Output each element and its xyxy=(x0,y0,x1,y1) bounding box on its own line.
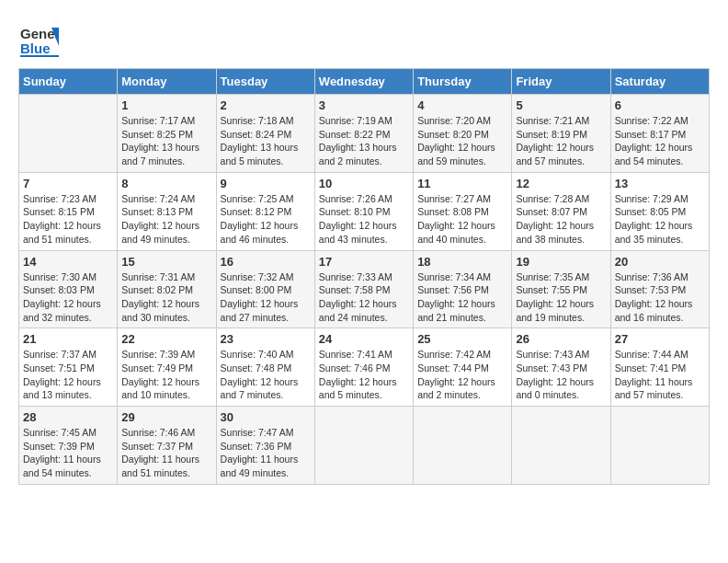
calendar-cell xyxy=(314,407,413,485)
day-details: Sunrise: 7:31 AMSunset: 8:02 PMDaylight:… xyxy=(121,270,211,325)
day-details: Sunrise: 7:24 AMSunset: 8:13 PMDaylight:… xyxy=(121,192,211,247)
day-details: Sunrise: 7:18 AMSunset: 8:24 PMDaylight:… xyxy=(221,114,311,168)
day-number: 25 xyxy=(417,332,507,346)
svg-text:Blue: Blue xyxy=(20,40,51,56)
day-number: 21 xyxy=(23,332,113,346)
calendar-cell: 13Sunrise: 7:29 AMSunset: 8:05 PMDayligh… xyxy=(610,172,709,250)
calendar-cell: 16Sunrise: 7:32 AMSunset: 8:00 PMDayligh… xyxy=(216,250,314,328)
day-details: Sunrise: 7:45 AMSunset: 7:39 PMDaylight:… xyxy=(23,426,113,480)
day-number: 30 xyxy=(221,410,311,424)
day-details: Sunrise: 7:29 AMSunset: 8:05 PMDaylight:… xyxy=(615,192,705,247)
calendar-cell: 20Sunrise: 7:36 AMSunset: 7:53 PMDayligh… xyxy=(610,250,709,328)
day-details: Sunrise: 7:33 AMSunset: 7:58 PMDaylight:… xyxy=(319,270,409,325)
day-details: Sunrise: 7:36 AMSunset: 7:53 PMDaylight:… xyxy=(615,270,705,325)
day-number: 11 xyxy=(417,177,507,190)
calendar-week-row: 7Sunrise: 7:23 AMSunset: 8:15 PMDaylight… xyxy=(19,172,710,250)
day-details: Sunrise: 7:17 AMSunset: 8:25 PMDaylight:… xyxy=(121,114,211,168)
calendar-cell xyxy=(610,407,709,485)
calendar-cell: 11Sunrise: 7:27 AMSunset: 8:08 PMDayligh… xyxy=(414,172,512,250)
calendar-cell: 21Sunrise: 7:37 AMSunset: 7:51 PMDayligh… xyxy=(19,328,118,407)
day-details: Sunrise: 7:35 AMSunset: 7:55 PMDaylight:… xyxy=(516,270,606,325)
day-details: Sunrise: 7:28 AMSunset: 8:07 PMDaylight:… xyxy=(516,192,606,247)
calendar-cell xyxy=(414,407,512,485)
day-details: Sunrise: 7:25 AMSunset: 8:12 PMDaylight:… xyxy=(221,192,311,247)
day-number: 16 xyxy=(221,255,311,269)
svg-rect-3 xyxy=(20,55,59,57)
day-number: 6 xyxy=(615,98,705,112)
day-details: Sunrise: 7:43 AMSunset: 7:43 PMDaylight:… xyxy=(516,348,606,402)
day-details: Sunrise: 7:41 AMSunset: 7:46 PMDaylight:… xyxy=(319,348,409,402)
calendar-cell: 17Sunrise: 7:33 AMSunset: 7:58 PMDayligh… xyxy=(314,250,413,328)
day-number: 22 xyxy=(121,332,211,346)
day-number: 3 xyxy=(319,98,409,112)
calendar-cell: 4Sunrise: 7:20 AMSunset: 8:20 PMDaylight… xyxy=(414,95,512,173)
calendar-cell: 5Sunrise: 7:21 AMSunset: 8:19 PMDaylight… xyxy=(512,95,610,173)
day-number: 19 xyxy=(516,255,606,269)
day-number: 27 xyxy=(615,332,705,346)
calendar-cell: 6Sunrise: 7:22 AMSunset: 8:17 PMDaylight… xyxy=(610,95,709,173)
day-number: 8 xyxy=(121,177,211,190)
calendar-cell: 9Sunrise: 7:25 AMSunset: 8:12 PMDaylight… xyxy=(216,172,314,250)
day-number: 26 xyxy=(516,332,606,346)
page-header: General Blue xyxy=(18,18,710,59)
day-number: 10 xyxy=(319,177,409,190)
day-number: 20 xyxy=(615,255,705,269)
calendar-cell: 7Sunrise: 7:23 AMSunset: 8:15 PMDaylight… xyxy=(19,172,118,250)
day-details: Sunrise: 7:19 AMSunset: 8:22 PMDaylight:… xyxy=(319,114,409,168)
day-number: 24 xyxy=(319,332,409,346)
calendar-cell: 30Sunrise: 7:47 AMSunset: 7:36 PMDayligh… xyxy=(216,407,314,485)
day-details: Sunrise: 7:23 AMSunset: 8:15 PMDaylight:… xyxy=(23,192,113,247)
day-number: 1 xyxy=(121,98,211,112)
day-number: 14 xyxy=(23,255,113,269)
calendar-day-header: Saturday xyxy=(610,69,709,95)
day-details: Sunrise: 7:46 AMSunset: 7:37 PMDaylight:… xyxy=(121,426,211,480)
calendar-cell xyxy=(512,407,610,485)
day-details: Sunrise: 7:39 AMSunset: 7:49 PMDaylight:… xyxy=(121,348,211,402)
calendar-cell: 24Sunrise: 7:41 AMSunset: 7:46 PMDayligh… xyxy=(314,328,413,407)
day-details: Sunrise: 7:42 AMSunset: 7:44 PMDaylight:… xyxy=(417,348,507,402)
calendar-cell: 1Sunrise: 7:17 AMSunset: 8:25 PMDaylight… xyxy=(118,95,216,173)
calendar-cell: 18Sunrise: 7:34 AMSunset: 7:56 PMDayligh… xyxy=(414,250,512,328)
day-details: Sunrise: 7:44 AMSunset: 7:41 PMDaylight:… xyxy=(615,348,705,402)
day-details: Sunrise: 7:37 AMSunset: 7:51 PMDaylight:… xyxy=(23,348,113,402)
day-number: 7 xyxy=(23,177,113,190)
calendar-day-header: Sunday xyxy=(19,69,118,95)
day-details: Sunrise: 7:47 AMSunset: 7:36 PMDaylight:… xyxy=(221,426,311,480)
day-number: 18 xyxy=(417,255,507,269)
day-number: 5 xyxy=(516,98,606,112)
calendar-cell: 27Sunrise: 7:44 AMSunset: 7:41 PMDayligh… xyxy=(610,328,709,407)
day-details: Sunrise: 7:26 AMSunset: 8:10 PMDaylight:… xyxy=(319,192,409,247)
calendar-header-row: SundayMondayTuesdayWednesdayThursdayFrid… xyxy=(19,69,710,95)
calendar-cell: 22Sunrise: 7:39 AMSunset: 7:49 PMDayligh… xyxy=(118,328,216,407)
day-details: Sunrise: 7:21 AMSunset: 8:19 PMDaylight:… xyxy=(516,114,606,168)
calendar-cell: 15Sunrise: 7:31 AMSunset: 8:02 PMDayligh… xyxy=(118,250,216,328)
calendar-day-header: Monday xyxy=(118,69,216,95)
calendar-cell: 2Sunrise: 7:18 AMSunset: 8:24 PMDaylight… xyxy=(216,95,314,173)
calendar-week-row: 21Sunrise: 7:37 AMSunset: 7:51 PMDayligh… xyxy=(19,328,710,407)
calendar-day-header: Tuesday xyxy=(216,69,314,95)
day-details: Sunrise: 7:34 AMSunset: 7:56 PMDaylight:… xyxy=(417,270,507,325)
calendar-cell: 8Sunrise: 7:24 AMSunset: 8:13 PMDaylight… xyxy=(118,172,216,250)
day-details: Sunrise: 7:32 AMSunset: 8:00 PMDaylight:… xyxy=(221,270,311,325)
day-number: 17 xyxy=(319,255,409,269)
day-details: Sunrise: 7:30 AMSunset: 8:03 PMDaylight:… xyxy=(23,270,113,325)
calendar-cell xyxy=(19,95,118,173)
day-number: 28 xyxy=(23,410,113,424)
calendar-cell: 25Sunrise: 7:42 AMSunset: 7:44 PMDayligh… xyxy=(414,328,512,407)
day-details: Sunrise: 7:20 AMSunset: 8:20 PMDaylight:… xyxy=(417,114,507,168)
day-details: Sunrise: 7:22 AMSunset: 8:17 PMDaylight:… xyxy=(615,114,705,168)
calendar-cell: 14Sunrise: 7:30 AMSunset: 8:03 PMDayligh… xyxy=(19,250,118,328)
day-number: 4 xyxy=(417,98,507,112)
calendar-cell: 29Sunrise: 7:46 AMSunset: 7:37 PMDayligh… xyxy=(118,407,216,485)
calendar-cell: 12Sunrise: 7:28 AMSunset: 8:07 PMDayligh… xyxy=(512,172,610,250)
calendar-day-header: Friday xyxy=(512,69,610,95)
calendar-week-row: 1Sunrise: 7:17 AMSunset: 8:25 PMDaylight… xyxy=(19,95,710,173)
logo: General Blue xyxy=(18,18,59,59)
calendar-cell: 23Sunrise: 7:40 AMSunset: 7:48 PMDayligh… xyxy=(216,328,314,407)
calendar-day-header: Thursday xyxy=(414,69,512,95)
calendar-day-header: Wednesday xyxy=(314,69,413,95)
calendar-cell: 19Sunrise: 7:35 AMSunset: 7:55 PMDayligh… xyxy=(512,250,610,328)
day-details: Sunrise: 7:27 AMSunset: 8:08 PMDaylight:… xyxy=(417,192,507,247)
day-number: 12 xyxy=(516,177,606,190)
calendar-week-row: 14Sunrise: 7:30 AMSunset: 8:03 PMDayligh… xyxy=(19,250,710,328)
